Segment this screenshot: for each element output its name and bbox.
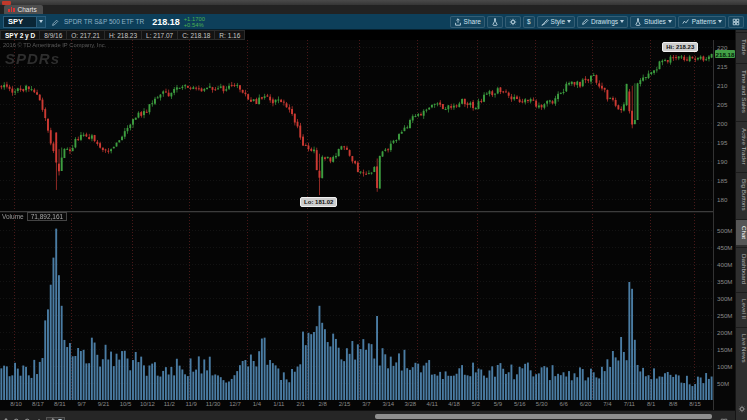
time-axis-label: 7/11	[624, 401, 635, 407]
volume-axis-label: 100M	[717, 363, 732, 370]
settings-button[interactable]	[505, 16, 521, 28]
ohlc-segment: H: 218.23	[105, 30, 142, 40]
time-axis-label: 9/21	[98, 401, 110, 407]
grid-icon	[732, 18, 740, 26]
zoom-controls	[2, 412, 65, 420]
symbol-toolbar: SPY SPDR TR S&P 500 ETF TR 218.18 +1.170…	[0, 14, 747, 30]
sidebar-tab-level-ii[interactable]: Level II	[736, 292, 747, 325]
share-button[interactable]: Share	[450, 16, 485, 28]
studies-button[interactable]: Studies	[630, 16, 676, 28]
time-axis-label: 11/9	[186, 401, 197, 407]
time-axis-label: 2/1	[297, 401, 305, 407]
symbol-dropdown[interactable]	[37, 16, 46, 28]
flask-button[interactable]	[487, 16, 503, 28]
time-axis-label: 8/17	[32, 401, 44, 407]
time-axis-label: 5/9	[494, 401, 502, 407]
symbol-input[interactable]: SPY	[3, 16, 37, 28]
sidebar-tab-chat[interactable]: Chat	[736, 219, 747, 245]
tab-bar: Charts	[0, 5, 747, 14]
price-volume-chart[interactable]	[0, 40, 713, 400]
price-axis-label: 205	[717, 101, 727, 108]
price-axis-label: 185	[717, 177, 727, 184]
crosshair-button[interactable]	[2, 412, 10, 420]
time-axis-label: 5/2	[472, 401, 480, 407]
time-axis-label: 11/30	[206, 401, 221, 407]
volume-axis-label: 500M	[717, 227, 732, 234]
ohlc-segment: C: 218.18	[178, 30, 215, 40]
share-button-label: Share	[464, 18, 481, 25]
volume-axis-label: 150M	[717, 346, 732, 353]
time-axis-label: 1/4	[253, 401, 261, 407]
time-axis-label: 8/31	[54, 401, 66, 407]
dollar-button[interactable]: $	[523, 16, 535, 28]
volume-axis-label: 350M	[717, 278, 732, 285]
high-marker-label: Hi: 218.23	[662, 42, 698, 52]
sidebar-tab-big-buttons[interactable]: Big Buttons	[736, 172, 747, 217]
pencil-icon	[581, 18, 589, 26]
volume-axis-label: 400M	[717, 261, 732, 268]
volume-label: Volume	[2, 213, 24, 220]
brush-icon	[541, 18, 549, 26]
sidebar-tab-trade[interactable]: Trade	[736, 32, 747, 61]
gadget-sidebar: TradeTime and SalesActive TraderBig Butt…	[735, 30, 747, 420]
time-axis-label: 3/7	[362, 401, 370, 407]
chevron-down-icon	[718, 20, 722, 23]
time-axis-label: 3/14	[383, 401, 395, 407]
export-icon	[49, 417, 57, 420]
chevron-down-icon	[620, 20, 624, 23]
sidebar-tab-dashboard[interactable]: Dashboard	[736, 247, 747, 290]
pattern-icon	[682, 18, 690, 26]
time-axis-label: 7/4	[603, 401, 611, 407]
time-axis[interactable]: 8/108/178/319/79/2110/510/1211/211/911/3…	[0, 401, 713, 410]
time-axis-label: 2/15	[339, 401, 351, 407]
volume-axis-label: 300M	[717, 295, 732, 302]
volume-value: 71,892,161	[27, 212, 68, 221]
price-axis[interactable]: 218.18 220215210205200195190185180500M45…	[713, 40, 735, 410]
edit-symbol-icon[interactable]	[51, 13, 59, 31]
time-axis-label: 10/5	[120, 401, 132, 407]
ohlc-readout-bar: SPY 2 y D8/9/16O: 217.21H: 218.23L: 217.…	[0, 30, 735, 40]
price-axis-label: 190	[717, 158, 727, 165]
volume-axis-label: 450M	[717, 244, 732, 251]
chart-bottom-bar	[0, 410, 735, 420]
flask-icon	[634, 18, 642, 26]
thinkorswim-window: Charts SPY SPDR TR S&P 500 ETF TR 218.18…	[0, 0, 747, 420]
flask-icon	[491, 18, 499, 26]
time-axis-label: 1/11	[273, 401, 284, 407]
time-axis-label: 3/28	[404, 401, 416, 407]
gear-icon	[509, 18, 517, 26]
zoom-out-button[interactable]	[24, 412, 32, 420]
chevron-down-icon	[668, 20, 672, 23]
grid-button[interactable]	[728, 16, 744, 28]
ohlc-segment: 8/9/16	[40, 30, 67, 40]
symbol-description: SPDR TR S&P 500 ETF TR	[64, 18, 144, 25]
time-axis-label: 6/20	[580, 401, 592, 407]
time-axis-label: 9/7	[78, 401, 86, 407]
drawings-button[interactable]: Drawings	[577, 16, 628, 28]
chevron-down-icon	[39, 20, 43, 23]
sidebar-tab-live-news[interactable]: Live News	[736, 327, 747, 369]
patterns-button[interactable]: Patterns	[678, 16, 726, 28]
time-axis-label: 10/12	[140, 401, 155, 407]
change-percent: +0.54%	[184, 22, 205, 28]
price-axis-label: 210	[717, 82, 727, 89]
tab-charts[interactable]: Charts	[4, 5, 43, 14]
time-axis-label: 6/6	[559, 401, 567, 407]
price-axis-label: 180	[717, 196, 727, 203]
sidebar-tab-active-trader[interactable]: Active Trader	[736, 121, 747, 170]
aggregation-dropdown[interactable]	[46, 417, 65, 420]
zoom-in-button[interactable]	[13, 412, 21, 420]
last-price-badge: 218.18	[715, 50, 735, 58]
export-button[interactable]	[35, 412, 43, 420]
gear-icon	[738, 405, 746, 413]
time-axis-label: 5/30	[536, 401, 548, 407]
horizontal-scrollbar[interactable]	[375, 414, 712, 419]
time-axis-label: 4/18	[448, 401, 460, 407]
price-axis-label: 200	[717, 120, 727, 127]
grid-corner-icon[interactable]	[720, 412, 728, 420]
sidebar-tab-time-and-sales[interactable]: Time and Sales	[736, 63, 747, 119]
ohlc-segment: R: 1.16	[215, 30, 245, 40]
sidebar-gear-icon[interactable]	[738, 399, 746, 417]
dollar-button-label: $	[527, 18, 531, 25]
style-button[interactable]: Style	[537, 16, 575, 28]
